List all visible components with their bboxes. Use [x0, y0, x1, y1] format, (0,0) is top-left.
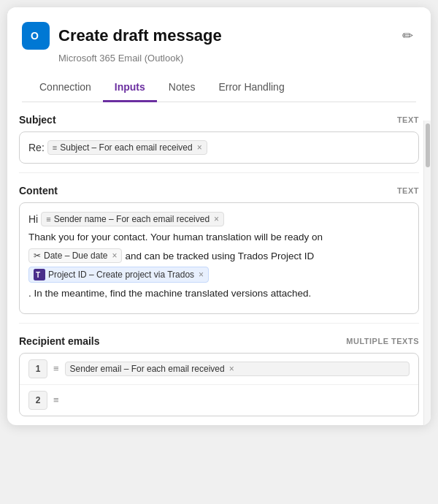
- tab-connection[interactable]: Connection: [28, 74, 103, 102]
- content-type: TEXT: [397, 186, 419, 195]
- app-subtitle: Microsoft 365 Email (Outlook): [58, 53, 416, 64]
- content-greeting: Hi: [28, 213, 38, 225]
- content-line3: . In the meantime, find the machine tran…: [28, 286, 311, 302]
- subject-type: TEXT: [397, 115, 419, 124]
- drag-icon-2[interactable]: ≡: [53, 394, 59, 405]
- recipient-type: MULTIPLE TEXTS: [346, 337, 419, 345]
- sender-token: ≡ Sender name – For each email received …: [41, 212, 224, 226]
- table-row: 1 ≡ Sender email – For each email receiv…: [20, 354, 418, 385]
- scissors-icon: ✂: [34, 251, 41, 261]
- drag-icon-1[interactable]: ≡: [53, 363, 59, 374]
- sender-token-close[interactable]: ×: [214, 214, 219, 224]
- subject-token-label: Subject – For each email received: [60, 142, 192, 153]
- subject-label: Subject: [19, 114, 56, 126]
- content-section: Content TEXT Hi ≡ Sender name – For each…: [19, 173, 419, 323]
- scrollbar[interactable]: [423, 121, 431, 425]
- recipient-number-1: 1: [28, 359, 47, 378]
- content-label: Content: [19, 185, 58, 196]
- subject-prefix: Re:: [28, 142, 45, 153]
- tab-error-handling[interactable]: Error Handling: [207, 74, 296, 102]
- subject-field-box[interactable]: Re: ≡ Subject – For each email received …: [19, 131, 419, 164]
- scrollbar-thumb[interactable]: [426, 123, 430, 167]
- tabs-bar: Connection Inputs Notes Error Handling: [22, 74, 416, 102]
- content-field-box[interactable]: Hi ≡ Sender name – For each email receiv…: [19, 202, 419, 314]
- tab-inputs[interactable]: Inputs: [103, 74, 157, 102]
- content-row-2: Thank you for your contact. Your human t…: [28, 229, 410, 245]
- svg-text:T: T: [36, 271, 40, 279]
- recipient-token-close-1[interactable]: ×: [229, 364, 234, 374]
- outlook-icon: O: [22, 22, 50, 50]
- sender-token-icon: ≡: [46, 215, 50, 224]
- svg-text:O: O: [31, 30, 39, 42]
- tab-notes[interactable]: Notes: [157, 74, 207, 102]
- subject-token: ≡ Subject – For each email received ×: [47, 140, 207, 155]
- content-line2: and can be tracked using Trados Project …: [125, 248, 314, 264]
- header: O Create draft message ✏ Microsoft 365 E…: [7, 7, 431, 102]
- content-row-4: T Project ID – Create project via Trados…: [28, 267, 410, 302]
- content-row-1: Hi ≡ Sender name – For each email receiv…: [28, 212, 410, 226]
- edit-icon[interactable]: ✏: [399, 25, 416, 47]
- sender-token-label: Sender name – For each email received: [54, 214, 210, 224]
- table-row: 2 ≡: [20, 385, 418, 416]
- content-line1: Thank you for your contact. Your human t…: [28, 229, 323, 245]
- date-token: ✂ Date – Due date ×: [28, 248, 122, 263]
- project-token-label: Project ID – Create project via Trados: [48, 270, 194, 280]
- recipient-label: Recipient emails: [19, 335, 100, 347]
- subject-token-close[interactable]: ×: [197, 142, 202, 153]
- content-area: Subject TEXT Re: ≡ Subject – For each em…: [7, 102, 431, 425]
- recipient-token-label-1: Sender email – For each email received: [70, 364, 225, 374]
- main-card: O Create draft message ✏ Microsoft 365 E…: [7, 7, 431, 425]
- subject-token-icon: ≡: [53, 143, 57, 152]
- recipient-section: Recipient emails MULTIPLE TEXTS 1 ≡ Send…: [19, 324, 419, 425]
- subject-section: Subject TEXT Re: ≡ Subject – For each em…: [19, 102, 419, 172]
- page-title: Create draft message: [58, 26, 391, 45]
- date-token-close[interactable]: ×: [112, 251, 117, 261]
- recipient-box: 1 ≡ Sender email – For each email receiv…: [19, 353, 419, 416]
- project-token: T Project ID – Create project via Trados…: [28, 267, 209, 283]
- content-row-3: ✂ Date – Due date × and can be tracked u…: [28, 248, 410, 264]
- trados-icon: T: [34, 269, 45, 280]
- recipient-number-2: 2: [28, 391, 47, 410]
- project-token-close[interactable]: ×: [199, 270, 204, 280]
- date-token-label: Date – Due date: [44, 251, 107, 261]
- recipient-token-1: Sender email – For each email received ×: [65, 362, 410, 376]
